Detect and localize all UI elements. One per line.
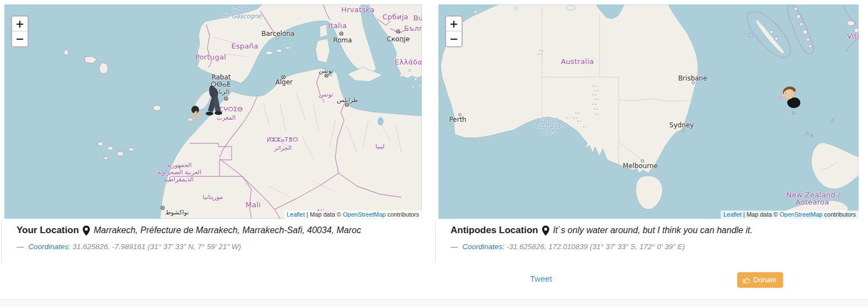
antipodes-location-caption: Antipodes Location It`s only water aroun… xyxy=(438,222,859,251)
map-label-country: Mali xyxy=(245,201,261,208)
attribution-suffix: contributors xyxy=(388,211,419,218)
location-pin-icon xyxy=(542,225,549,236)
map-label-country-sm: ليبيا xyxy=(376,143,385,149)
map-label-city: Alger xyxy=(275,79,292,85)
coordinates-link[interactable]: Coordinates: xyxy=(462,243,505,251)
map-label-country-sm: تونس xyxy=(319,91,333,98)
map-label-city: Скопје xyxy=(387,36,410,42)
map-attribution: Leaflet | Map data © OpenStreetMap contr… xyxy=(284,211,422,219)
donate-button[interactable]: Donate xyxy=(737,272,783,288)
attribution-divider: | xyxy=(743,211,745,218)
map-label-country-sm: الجزائر xyxy=(274,145,292,151)
attribution-suffix: contributors xyxy=(824,211,856,218)
map-label-city: Roma xyxy=(333,37,352,44)
openstreetmap-link[interactable]: OpenStreetMap xyxy=(780,211,823,218)
tweet-link[interactable]: Tweet xyxy=(530,274,552,283)
zoom-in-button[interactable]: + xyxy=(446,17,462,31)
coordinates-dash: — xyxy=(451,243,458,251)
leaflet-link[interactable]: Leaflet xyxy=(724,211,742,218)
your-location-address: Marrakech, Préfecture de Marrakech, Marr… xyxy=(94,225,361,235)
antipodes-location-address: It`s only water around, but I think you … xyxy=(553,225,753,235)
caption-divider xyxy=(1,222,2,262)
map-attribution: Leaflet | Map data © OpenStreetMap contr… xyxy=(721,211,859,219)
thumbs-up-icon xyxy=(743,276,751,284)
coordinates-dash: — xyxy=(17,243,24,251)
map-label-sea: de Gascogne xyxy=(222,13,261,19)
map-label-country: Viti xyxy=(847,33,859,40)
map-label-country: Србија xyxy=(382,13,408,20)
map-label-city: Melbourne xyxy=(623,163,657,169)
map-label-country: Portugal xyxy=(195,53,226,61)
attribution-text: Map data © xyxy=(747,211,778,218)
right-map-canvas xyxy=(438,4,859,219)
zoom-control: + − xyxy=(11,15,29,47)
map-label-sea: Golfe xyxy=(232,7,248,13)
map-label-sea: Bight xyxy=(541,129,557,135)
footer-bar xyxy=(0,299,868,307)
leaflet-link[interactable]: Leaflet xyxy=(287,211,305,218)
your-location-caption: Your Location Marrakech, Préfecture de M… xyxy=(4,222,422,251)
coordinates-link[interactable]: Coordinates: xyxy=(28,243,71,251)
zoom-control: + − xyxy=(445,15,463,47)
map-label-city-sm: تونس xyxy=(319,68,333,74)
map-label-city: Brisbane xyxy=(678,75,708,82)
map-label-country: Ελλάδα xyxy=(395,58,422,66)
zoom-in-button[interactable]: + xyxy=(12,17,28,31)
map-label-city-sm: نواكشوط xyxy=(165,209,189,216)
attribution-divider: | xyxy=(307,211,308,218)
your-location-map[interactable]: Golfede GascognePortugalEspañaItaliaHrva… xyxy=(4,4,422,219)
antipodes-location-map[interactable]: AustraliaPerthBrisbaneSydneyMelbourneGre… xyxy=(438,4,859,219)
map-label-city: Barcelona xyxy=(261,30,294,37)
antipodes-location-title: Antipodes Location xyxy=(451,225,538,236)
map-label-city-sm: طرابلس xyxy=(337,97,358,103)
your-location-title: Your Location xyxy=(17,225,79,236)
map-label-country: Italia xyxy=(328,22,347,29)
openstreetmap-link[interactable]: OpenStreetMap xyxy=(343,211,386,218)
map-label-country-sm: الجمهورية xyxy=(167,162,192,168)
map-label-country: Aotearoa xyxy=(795,198,829,206)
donate-label: Donate xyxy=(753,276,776,284)
map-label-country: Бълга xyxy=(404,25,422,32)
map-label-country-sm: العربية الصحراوية xyxy=(157,169,201,175)
map-label-country: Australia xyxy=(561,58,594,65)
location-pin-icon xyxy=(83,225,90,236)
zoom-out-button[interactable]: − xyxy=(12,31,28,46)
coordinates-value: 31.625826, -7.989161 (31° 37' 33" N, 7° … xyxy=(73,243,241,251)
map-label-country: España xyxy=(231,42,258,50)
map-label-city: Sydney xyxy=(669,122,694,128)
zoom-out-button[interactable]: − xyxy=(446,31,462,46)
attribution-text: Map data © xyxy=(310,211,341,218)
coordinates-value: -31.625826, 172.010839 (31° 37' 33" S, 1… xyxy=(507,243,685,251)
map-label-country-sm: الديمقراطية xyxy=(164,176,194,182)
antipodes-marker[interactable] xyxy=(779,84,801,110)
antipodes-map-page: Golfede GascognePortugalEspañaItaliaHrva… xyxy=(0,0,868,307)
map-label-country-sm: ⵍⵣⵣⴰⵢⴻⵔ xyxy=(267,137,298,143)
caption-divider xyxy=(435,222,436,262)
map-label-country: Buc xyxy=(413,14,422,21)
map-label-country: Hrvatska xyxy=(341,6,374,13)
map-label-country-sm: موريتانيا xyxy=(203,194,223,200)
map-label-city: Perth xyxy=(449,116,466,123)
your-location-marker[interactable] xyxy=(187,78,226,125)
